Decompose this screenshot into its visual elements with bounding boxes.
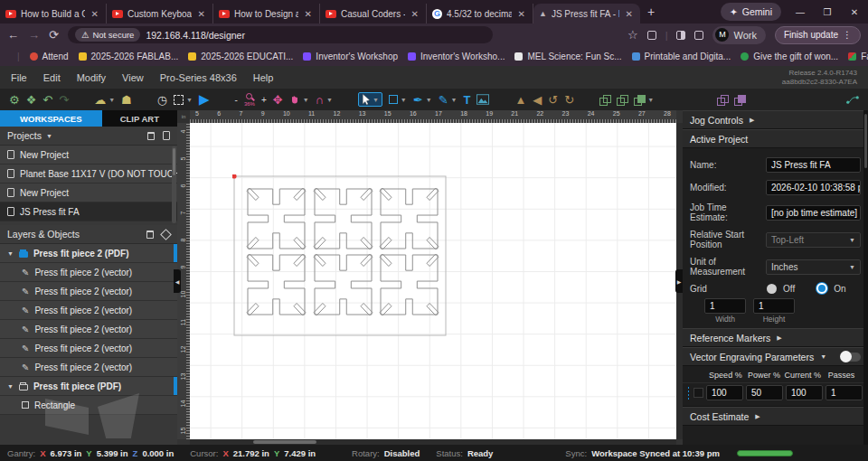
close-tab-icon[interactable]: ✕ <box>90 9 100 19</box>
current-input[interactable]: 100 <box>786 385 823 400</box>
browser-tab-active[interactable]: ▲JS Press fit FA - Retina E✕ <box>533 4 640 24</box>
redo-button[interactable]: ↷ <box>59 93 69 107</box>
close-tab-icon[interactable]: ✕ <box>303 9 314 19</box>
grid-height-input[interactable]: 1 <box>753 298 795 314</box>
profile-button[interactable]: MWork <box>712 26 765 44</box>
tab-clip-art[interactable]: CLIP ART <box>102 110 177 127</box>
job-origin-marker[interactable] <box>232 174 237 179</box>
rotate-cw-button[interactable]: ↻ <box>564 93 574 107</box>
vector-params-header[interactable]: Vector Engraving Parameters▼ <box>683 347 868 366</box>
close-window-button[interactable]: ✕ <box>841 7 868 17</box>
chevron-right-icon[interactable]: ▶ <box>750 117 754 124</box>
menu-help[interactable]: Help <box>253 72 274 83</box>
grid-width-input[interactable]: 1 <box>704 298 746 314</box>
speed-input[interactable]: 100 <box>706 385 743 400</box>
delete-project-icon[interactable] <box>147 132 155 140</box>
name-input[interactable]: JS Press fit FA <box>766 157 861 173</box>
sidebar-scrollbar[interactable] <box>172 146 176 223</box>
close-tab-icon[interactable]: ✕ <box>516 9 527 19</box>
maximize-button[interactable]: ❐ <box>814 7 841 17</box>
project-item[interactable]: Planet Base 11X17 V (DO NOT TOUCH) <box>0 165 177 183</box>
gemini-button[interactable]: ✦Gemini <box>721 3 781 21</box>
capture-button[interactable]: ☗ <box>121 93 132 107</box>
pencil-tool-button[interactable]: ✎▼ <box>439 93 458 107</box>
text-tool-button[interactable]: T <box>463 93 470 107</box>
finish-update-button[interactable]: Finish update⋮ <box>775 26 861 44</box>
menu-file[interactable]: File <box>11 72 27 83</box>
arrange-button[interactable]: ▼ <box>634 95 654 105</box>
bookmark-item[interactable]: 2025-2026 EDUCATI... <box>188 52 293 61</box>
browser-tab[interactable]: G4.5/32 to decimal - Goo✕ <box>427 4 533 24</box>
grid-on-radio[interactable] <box>816 283 827 294</box>
url-box[interactable]: ⚠Not secure 192.168.4.118/designer <box>68 26 493 43</box>
collapse-left-panel-handle[interactable]: ◀ <box>174 269 181 293</box>
drag-handle-icon[interactable] <box>686 386 691 400</box>
menu-machine[interactable]: Pro-Series 48x36 <box>160 72 237 83</box>
project-item[interactable]: New Project <box>0 146 177 165</box>
side-panel-icon[interactable] <box>694 31 703 40</box>
layer-group[interactable]: ▼Press fit piece 2 (PDF) <box>0 244 177 263</box>
project-item[interactable]: New Project <box>0 183 177 202</box>
chevron-down-icon[interactable]: ▼ <box>451 97 458 103</box>
flip-vertical-button[interactable]: ▲ <box>514 93 526 107</box>
ungroup-button[interactable] <box>617 95 627 105</box>
layer-item[interactable]: ✎Press fit piece 2 (vector) <box>0 263 177 282</box>
bookmark-item[interactable]: Give the gift of won... <box>741 52 838 61</box>
chevron-down-icon[interactable]: ▼ <box>326 97 333 103</box>
job-time-input[interactable]: [no job time estimate] <box>766 205 861 221</box>
chevron-down-icon[interactable]: ▼ <box>426 97 432 103</box>
menu-view[interactable]: View <box>122 72 144 83</box>
layer-color-swatch[interactable] <box>693 388 703 398</box>
panel-scrollbar[interactable] <box>863 110 868 445</box>
chevron-down-icon[interactable]: ▼ <box>647 97 654 103</box>
tab-workspaces[interactable]: WORKSPACES <box>0 110 102 127</box>
chevron-down-icon[interactable]: ▼ <box>186 97 193 103</box>
scrollbar-thumb[interactable] <box>253 440 316 444</box>
back-icon[interactable]: ← <box>7 28 19 42</box>
close-tab-icon[interactable]: ✕ <box>624 9 635 19</box>
bookmark-item[interactable]: MEL Science: Fun Sc... <box>514 52 621 61</box>
bookmark-item[interactable]: Fab Academy 2026... <box>848 52 868 61</box>
new-tab-button[interactable]: + <box>647 5 655 19</box>
browser-tab[interactable]: How to Design a Custom✕ <box>213 4 320 24</box>
chevron-down-icon[interactable]: ▼ <box>820 353 826 360</box>
zoom-out-button[interactable]: - <box>235 95 238 105</box>
layer-item[interactable]: ✎Press fit piece 2 (vector) <box>0 339 177 358</box>
select-tool-button[interactable]: ▼ <box>358 92 382 107</box>
weld-button[interactable] <box>717 95 728 105</box>
browser-tab[interactable]: Custom Keyboard From✕ <box>107 4 213 24</box>
jog-controls-header[interactable]: Jog Controls▶ <box>683 110 868 129</box>
zoom-level-button[interactable]: 36% <box>244 93 255 107</box>
shape-tool-button[interactable]: ▼ <box>389 95 407 104</box>
rotate-ccw-button[interactable]: ↺ <box>548 93 558 107</box>
unit-select[interactable]: Inches▼ <box>766 259 861 275</box>
menu-modify[interactable]: Modify <box>77 72 106 83</box>
start-position-select[interactable]: Top-Left▼ <box>766 232 861 248</box>
undo-button[interactable]: ↶ <box>42 93 52 107</box>
chevron-down-icon[interactable]: ▼ <box>401 97 407 103</box>
bookmark-item[interactable]: Inventor's Worksho... <box>408 52 505 61</box>
add-layer-icon[interactable] <box>160 229 172 240</box>
press-fit-design[interactable] <box>232 174 448 337</box>
layer-item[interactable]: ✎Press fit piece 2 (vector) <box>0 358 177 377</box>
grid-off-radio[interactable] <box>767 284 777 294</box>
browser-tab[interactable]: How to Build a Custom K✕ <box>0 4 107 24</box>
reload-icon[interactable]: ⟳ <box>49 28 59 42</box>
passes-input[interactable]: 1 <box>826 385 863 400</box>
marquee-tool-button[interactable]: ▼ <box>174 95 193 105</box>
kebab-menu-icon[interactable]: ⋮ <box>843 30 852 40</box>
active-project-header[interactable]: Active Project <box>683 129 868 148</box>
modified-input[interactable]: 2026-02-10 10:38:58 pm <box>766 180 861 195</box>
chevron-right-icon[interactable]: ▶ <box>755 413 760 420</box>
bookmark-item[interactable]: Inventor's Workshop <box>303 52 398 61</box>
chevron-down-icon[interactable]: ▼ <box>303 97 309 103</box>
image-tool-button[interactable] <box>476 94 489 105</box>
bookmark-item[interactable]: Printable and Digita... <box>632 52 731 61</box>
extensions-icon[interactable] <box>647 31 656 40</box>
power-input[interactable]: 50 <box>746 385 783 400</box>
settings-button[interactable]: ⚙ <box>9 93 20 107</box>
group-button[interactable] <box>599 95 610 105</box>
fit-view-button[interactable]: ✥ <box>273 93 283 107</box>
bookmark-item[interactable]: Attend <box>30 52 69 61</box>
cost-estimate-header[interactable]: Cost Estimate▶ <box>683 407 868 426</box>
